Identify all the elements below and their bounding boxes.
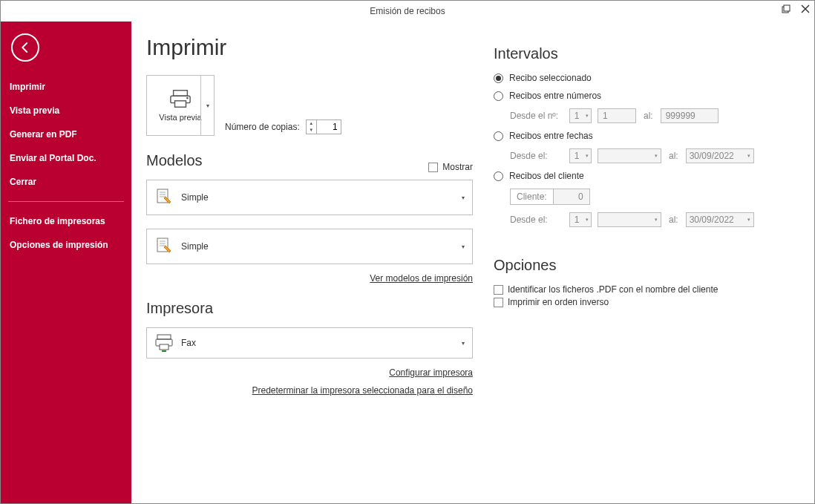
preview-label: Vista previa <box>159 113 201 122</box>
radio-recibos-fechas[interactable] <box>494 131 503 141</box>
sidebar-item-generar-pdf[interactable]: Generar en PDF <box>1 122 131 146</box>
chevron-down-icon: ▾ <box>747 153 750 159</box>
radio-recibos-cliente[interactable] <box>494 171 503 181</box>
fecha-cliente-to-input[interactable]: 30/09/2022 ▾ <box>686 212 754 227</box>
sidebar-item-imprimir[interactable]: Imprimir <box>1 75 131 99</box>
chevron-down-icon: ▾ <box>586 153 589 159</box>
printer-label: Fax <box>181 338 196 348</box>
preview-dropdown-icon[interactable]: ▾ <box>200 76 214 135</box>
radio-recibos-cliente-label: Recibos del cliente <box>509 171 584 181</box>
opt-pdf-nombre-label: Identificar los ficheros .PDF con el nom… <box>508 284 718 295</box>
al-label: al: <box>669 151 678 161</box>
svg-rect-19 <box>162 350 166 352</box>
opt-orden-inverso-label: Imprimir en orden inverso <box>508 297 609 307</box>
svg-rect-4 <box>174 91 188 96</box>
chevron-down-icon: ▾ <box>462 194 465 201</box>
chevron-down-icon: ▾ <box>462 340 465 347</box>
chevron-down-icon: ▾ <box>586 113 589 119</box>
fax-printer-icon <box>154 333 174 353</box>
sidebar-item-fichero-impresoras[interactable]: Fichero de impresoras <box>1 209 131 233</box>
copies-spinner[interactable]: ▲ ▼ <box>306 120 341 134</box>
mostrar-checkbox[interactable] <box>428 163 438 172</box>
radio-recibo-seleccionado[interactable] <box>494 73 503 83</box>
al-label: al: <box>669 215 678 225</box>
chevron-down-icon: ▾ <box>462 243 465 250</box>
window-close-icon[interactable] <box>801 4 810 16</box>
sidebar-item-vista-previa[interactable]: Vista previa <box>1 99 131 122</box>
window-title: Emisión de recibos <box>1 6 814 16</box>
page-title: Imprimir <box>146 35 473 60</box>
svg-rect-16 <box>157 335 171 339</box>
numero-from-input[interactable]: 1 <box>598 108 636 123</box>
chevron-down-icon: ▾ <box>655 153 658 159</box>
fecha-from-input[interactable]: ▾ <box>598 148 661 163</box>
ver-modelos-link[interactable]: Ver modelos de impresión <box>370 273 473 284</box>
printer-dropdown[interactable]: Fax ▾ <box>146 327 473 359</box>
intervalos-heading: Intervalos <box>494 45 792 62</box>
serie-from-select[interactable]: 1 ▾ <box>569 108 592 123</box>
sidebar: Imprimir Vista previa Generar en PDF Env… <box>1 22 131 503</box>
spinner-down-icon[interactable]: ▼ <box>307 127 316 134</box>
cliente-value: 0 <box>554 189 589 204</box>
radio-recibos-numeros[interactable] <box>494 91 503 101</box>
window-maximize-icon[interactable] <box>782 4 791 16</box>
model1-dropdown[interactable]: Simple ▾ <box>146 180 473 215</box>
chevron-down-icon: ▾ <box>747 217 750 223</box>
desde-numero-label: Desde el nº: <box>510 111 563 121</box>
model2-dropdown[interactable]: Simple ▾ <box>146 229 473 264</box>
spinner-up-icon[interactable]: ▲ <box>307 120 316 127</box>
titlebar: Emisión de recibos <box>1 1 814 22</box>
desde-fecha-label: Desde el: <box>510 151 563 161</box>
preview-button[interactable]: Vista previa ▾ <box>146 75 215 136</box>
opt-pdf-nombre-checkbox[interactable] <box>494 285 503 295</box>
document-icon <box>154 237 174 256</box>
sidebar-item-enviar-portal[interactable]: Enviar al Portal Doc. <box>1 146 131 170</box>
svg-point-7 <box>186 97 189 99</box>
cliente-label: Cliente: <box>511 189 554 204</box>
svg-rect-6 <box>175 101 186 107</box>
predeterminar-impresora-link[interactable]: Predeterminar la impresora seleccionada … <box>252 385 474 396</box>
serie-fecha-select[interactable]: 1 ▾ <box>569 148 592 163</box>
numero-to-input[interactable]: 999999 <box>661 108 719 123</box>
sidebar-item-cerrar[interactable]: Cerrar <box>1 170 131 194</box>
al-label: al: <box>644 111 653 121</box>
model1-label: Simple <box>181 192 209 203</box>
chevron-down-icon: ▾ <box>586 217 589 223</box>
radio-recibo-seleccionado-label: Recibo seleccionado <box>509 73 592 83</box>
copies-label: Número de copias: <box>225 122 300 132</box>
serie-cliente-select[interactable]: 1 ▾ <box>569 212 592 227</box>
fecha-to-input[interactable]: 30/09/2022 ▾ <box>686 148 754 163</box>
desde-cliente-label: Desde el: <box>510 215 563 225</box>
back-button[interactable] <box>11 33 39 62</box>
model2-label: Simple <box>181 241 209 252</box>
radio-recibos-numeros-label: Recibos entre números <box>509 91 601 101</box>
document-icon <box>154 188 174 207</box>
mostrar-label: Mostrar <box>442 162 473 172</box>
sidebar-divider <box>8 201 124 202</box>
opciones-heading: Opciones <box>494 257 792 274</box>
chevron-down-icon: ▾ <box>655 217 658 223</box>
fecha-cliente-from-input[interactable]: ▾ <box>598 212 661 227</box>
configurar-impresora-link[interactable]: Configurar impresora <box>389 367 473 378</box>
radio-recibos-fechas-label: Recibos entre fechas <box>509 131 593 141</box>
svg-rect-18 <box>160 344 168 350</box>
opt-orden-inverso-checkbox[interactable] <box>494 298 503 307</box>
printer-icon <box>169 89 192 108</box>
svg-rect-1 <box>784 5 790 11</box>
sidebar-item-opciones-impresion[interactable]: Opciones de impresión <box>1 233 131 257</box>
copies-input[interactable] <box>317 120 341 134</box>
impresora-heading: Impresora <box>146 300 473 317</box>
cliente-input[interactable]: Cliente: 0 <box>510 189 590 205</box>
